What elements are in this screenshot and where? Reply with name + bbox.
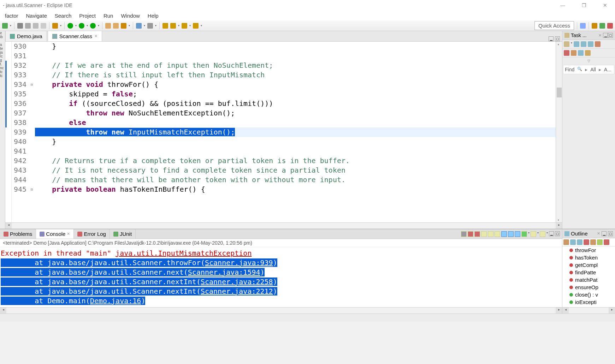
link-editor-icon[interactable] xyxy=(604,239,609,245)
scroll-lock-icon[interactable] xyxy=(488,231,493,237)
new-task-icon[interactable] xyxy=(564,41,569,47)
code-line[interactable]: } xyxy=(35,42,556,51)
tab-demo-java[interactable]: Demo.java xyxy=(5,31,47,41)
back-icon[interactable] xyxy=(162,23,168,29)
code-line[interactable]: // Returns true if a complete token or p… xyxy=(35,156,556,166)
minimize-editor-icon[interactable]: ▁ xyxy=(549,36,554,41)
outline-item[interactable]: ioExcepti xyxy=(562,298,615,306)
console-output[interactable]: Exception in thread "main" java.util.Inp… xyxy=(0,247,562,307)
outline-item[interactable]: hasToken xyxy=(562,254,615,261)
hscroll-track[interactable] xyxy=(12,223,556,229)
code-line[interactable]: } xyxy=(35,137,556,147)
categorize-icon[interactable] xyxy=(574,41,579,47)
code-body[interactable]: } // If we are at the end of input then … xyxy=(35,42,556,222)
filter-icon[interactable] xyxy=(571,50,576,56)
outline-item[interactable]: findPatte xyxy=(562,269,615,276)
horizontal-scrollbar[interactable]: ◂ ▸ xyxy=(5,222,562,229)
word-wrap-icon[interactable] xyxy=(495,231,500,237)
code-area[interactable]: 9309319329339349359369379389399409419429… xyxy=(5,42,562,222)
coverage-dropdown[interactable]: ▾ xyxy=(87,24,88,27)
fold-toggle-icon[interactable]: ⊟ xyxy=(29,80,35,89)
console-min-icon[interactable]: ▁ xyxy=(549,231,554,236)
nav-dropdown[interactable]: ▾ xyxy=(178,24,179,27)
next-edit-dropdown[interactable]: ▾ xyxy=(201,24,202,27)
minimize-button[interactable]: — xyxy=(556,2,570,8)
console-line[interactable]: at java.base/java.util.Scanner.nextInt(S… xyxy=(1,287,561,296)
code-line[interactable] xyxy=(35,147,556,156)
hscroll-track[interactable] xyxy=(6,308,556,314)
tab-problems[interactable]: Problems xyxy=(0,229,36,239)
outline-item[interactable]: close() : v xyxy=(562,291,615,298)
console-dd[interactable]: ▾ xyxy=(528,231,530,237)
fold-toggle-icon[interactable]: ⊟ xyxy=(29,185,35,194)
annotation-icon[interactable] xyxy=(147,23,153,29)
outline-hscroll[interactable]: ◂ ▸ xyxy=(562,307,615,314)
tab-junit[interactable]: JUnit xyxy=(110,229,136,239)
hide-fields-icon[interactable] xyxy=(570,239,576,245)
console-hscroll[interactable]: ◂ ▸ xyxy=(0,307,562,314)
pin-icon[interactable] xyxy=(501,231,507,237)
console-line[interactable]: at java.base/java.util.Scanner.nextInt(S… xyxy=(1,277,561,287)
open-console-icon[interactable] xyxy=(521,231,527,237)
menu-project[interactable]: Project xyxy=(76,11,99,20)
outline-item[interactable]: matchPat xyxy=(562,276,615,284)
console-line[interactable]: at java.base/java.util.Scanner.throwFor(… xyxy=(1,258,561,268)
sort-icon[interactable] xyxy=(563,239,569,245)
code-line[interactable]: private void throwFor() { xyxy=(35,80,556,89)
show-console-icon[interactable] xyxy=(515,231,520,237)
console-max-icon[interactable]: ▢ xyxy=(555,231,560,236)
code-line[interactable]: else xyxy=(35,118,556,127)
task-dd[interactable]: ▾ xyxy=(571,41,572,47)
forward-icon[interactable] xyxy=(170,23,176,29)
save-icon[interactable] xyxy=(17,23,23,29)
remove-icon[interactable] xyxy=(468,231,473,237)
new-console-icon[interactable] xyxy=(540,231,545,237)
menu-search[interactable]: Search xyxy=(51,11,75,20)
code-line[interactable]: // means that there will be another toke… xyxy=(35,175,556,185)
new-dropdown[interactable]: ▾ xyxy=(10,24,11,27)
filter-activate[interactable]: A... xyxy=(604,67,611,72)
open-type-dropdown[interactable]: ▾ xyxy=(129,24,130,27)
stack-trace-link[interactable]: Demo.java:16 xyxy=(90,297,141,305)
save-all-icon[interactable] xyxy=(25,23,31,29)
scroll-left-icon[interactable]: ◂ xyxy=(0,308,6,314)
sync-icon[interactable] xyxy=(595,41,601,47)
task-max-icon[interactable]: ▢ xyxy=(608,33,613,38)
debug-config-icon[interactable] xyxy=(52,23,58,29)
search-dropdown[interactable]: ▾ xyxy=(144,24,145,27)
open-type-icon[interactable] xyxy=(121,23,126,29)
schedule-icon[interactable] xyxy=(581,41,586,47)
menu-navigate[interactable]: Navigate xyxy=(23,11,51,20)
scroll-right-icon[interactable]: ▸ xyxy=(556,308,562,314)
task-find-bar[interactable]: Find🔍 ▸ All ▸ A... xyxy=(563,65,614,74)
outline-max-icon[interactable]: ▢ xyxy=(608,231,613,236)
hide-static-icon[interactable] xyxy=(577,239,583,245)
code-line[interactable]: // It is not necessary to find a complet… xyxy=(35,166,556,175)
task-close-icon[interactable]: ✕ xyxy=(598,33,602,38)
print-icon[interactable] xyxy=(33,23,39,29)
task-min-icon[interactable]: ▁ xyxy=(603,33,608,38)
console-dd3[interactable]: ▾ xyxy=(546,231,548,237)
vertical-scrollbar[interactable]: ▴ ▾ xyxy=(556,42,562,222)
link-icon[interactable] xyxy=(585,50,591,56)
outline-item[interactable]: ensureOp xyxy=(562,284,615,291)
close-button[interactable]: ✕ xyxy=(598,2,612,8)
quick-access-input[interactable]: Quick Access xyxy=(534,21,574,30)
tab-console[interactable]: Console✕ xyxy=(36,229,74,239)
remove-all-icon[interactable] xyxy=(474,231,480,237)
last-edit-dropdown[interactable]: ▾ xyxy=(189,24,191,27)
scroll-down-icon[interactable]: ▾ xyxy=(557,218,559,222)
perspective-icon[interactable] xyxy=(580,23,586,29)
outline-close-icon[interactable]: ✕ xyxy=(597,231,600,236)
new-class-icon[interactable] xyxy=(113,23,119,29)
hscroll-track[interactable] xyxy=(569,308,609,314)
scroll-left-icon[interactable]: ◂ xyxy=(562,308,569,314)
maximize-button[interactable]: ❐ xyxy=(577,2,591,8)
focus-active-icon[interactable] xyxy=(597,239,603,245)
run-last-icon[interactable] xyxy=(90,23,96,29)
code-line[interactable] xyxy=(35,51,556,61)
next-edit-icon[interactable] xyxy=(193,23,199,29)
scroll-right-icon[interactable]: ▸ xyxy=(609,308,615,314)
outline-item[interactable]: throwFor xyxy=(562,246,615,254)
menu-help[interactable]: Help xyxy=(144,11,162,20)
